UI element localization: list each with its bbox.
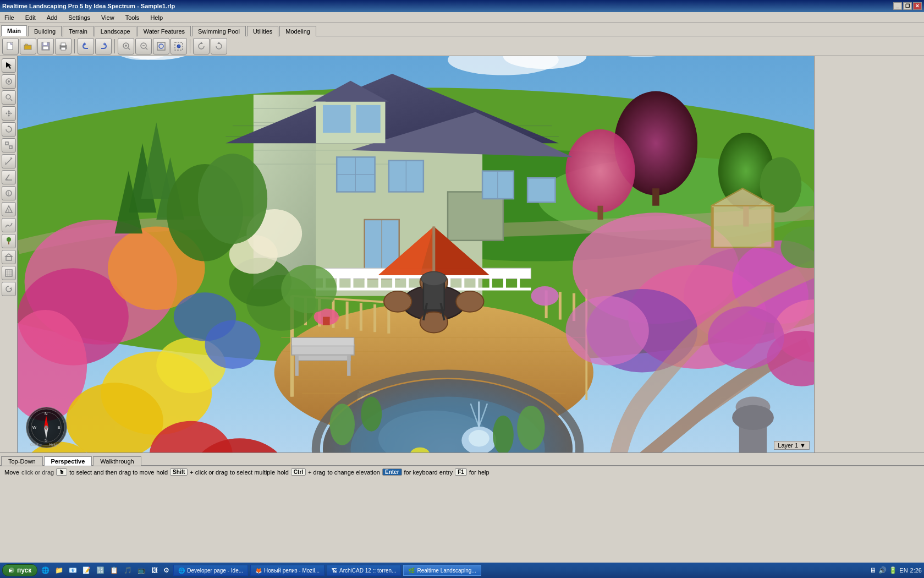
shift-key: Shift [170, 468, 188, 476]
print-button[interactable] [55, 38, 72, 54]
f1-key: F1 [455, 468, 467, 476]
compass-widget: N S W E Orbit Height [26, 407, 67, 448]
svg-rect-82 [356, 105, 381, 133]
calc-icon[interactable]: 🔢 [95, 566, 106, 574]
svg-point-222 [198, 154, 267, 244]
photo-icon[interactable]: 🖼 [150, 566, 160, 574]
rotate-left-button[interactable] [193, 38, 210, 54]
tab-main[interactable]: Main [1, 25, 27, 36]
start-button[interactable]: ▶ пуск [2, 564, 37, 576]
tab-landscape[interactable]: Landscape [95, 26, 136, 36]
save-button[interactable] [37, 38, 54, 54]
taskbar-app-landscaping[interactable]: 🌿 Realtime Landscaping... [403, 565, 481, 576]
select-tool[interactable] [2, 58, 16, 73]
svg-rect-4 [43, 42, 47, 45]
taskbar-app-archicad[interactable]: 🏗 ArchiCAD 12 :: torren... [327, 565, 401, 576]
svg-line-33 [6, 158, 12, 165]
zoom-selected-button[interactable] [170, 38, 187, 54]
refresh-tool[interactable] [2, 282, 16, 296]
shift-key-icon: 🖱 [56, 468, 67, 476]
toolbar [0, 36, 924, 56]
status-ctrl-action: + drag [308, 469, 326, 476]
menu-file[interactable]: File [2, 13, 16, 22]
zoom-in-button[interactable] [118, 38, 134, 54]
tab-water-features[interactable]: Water Features [138, 26, 191, 36]
tab-building[interactable]: Building [28, 26, 62, 36]
taskbar-app-developer[interactable]: 🌐 Developer page - Ide... [173, 565, 248, 576]
angle-tool[interactable] [2, 170, 16, 184]
svg-point-159 [421, 272, 446, 286]
open-button[interactable] [20, 38, 36, 54]
svg-rect-81 [323, 105, 350, 133]
explorer-icon[interactable]: 📁 [53, 566, 65, 574]
settings-icon[interactable]: ⚙ [162, 566, 171, 574]
menu-tools[interactable]: Tools [123, 13, 142, 22]
svg-rect-214 [347, 355, 350, 376]
move-tool[interactable] [2, 106, 16, 121]
outlook-icon[interactable]: 📧 [67, 566, 79, 574]
restore-button[interactable]: ❐ [903, 2, 912, 10]
svg-point-67 [565, 129, 635, 212]
elevation-tool[interactable] [2, 202, 16, 216]
ie-icon[interactable]: 🌐 [40, 566, 51, 574]
pan-tool[interactable] [2, 74, 16, 89]
menu-edit[interactable]: Edit [23, 13, 38, 22]
svg-point-25 [8, 80, 10, 83]
tab-swimming-pool[interactable]: Swimming Pool [192, 26, 246, 36]
terrain-tool[interactable] [2, 218, 16, 232]
svg-point-26 [6, 95, 10, 99]
music-icon[interactable]: 🎵 [122, 566, 134, 574]
svg-point-19 [159, 44, 163, 48]
view-tab-topdown[interactable]: Top-Down [1, 456, 43, 466]
svg-marker-51 [9, 287, 12, 290]
build-tool[interactable] [2, 250, 16, 264]
title-text: Realtime Landscaping Pro 5 by Idea Spect… [2, 3, 175, 9]
close-button[interactable]: ✕ [913, 2, 922, 10]
media-icon[interactable]: 📺 [136, 566, 147, 574]
svg-point-224 [708, 307, 784, 369]
new-button[interactable] [2, 38, 19, 54]
menu-settings[interactable]: Settings [66, 13, 92, 22]
taskbar: ▶ пуск 🌐 📁 📧 📝 🔢 📋 🎵 📺 🖼 ⚙ 🌐 Developer p… [0, 563, 924, 578]
volume-icon[interactable]: 🔊 [878, 566, 887, 574]
menu-add[interactable]: Add [45, 13, 60, 22]
status-f1-action: for help [469, 469, 490, 476]
menu-help[interactable]: Help [148, 13, 165, 22]
zoom-all-button[interactable] [153, 38, 169, 54]
status-change-elevation: to change elevation [328, 469, 380, 476]
view-tab-perspective[interactable]: Perspective [44, 456, 92, 466]
zoom-area-tool[interactable] [2, 90, 16, 105]
rotate-right-button[interactable] [211, 38, 227, 54]
redo-button[interactable] [95, 38, 112, 54]
texture-tool[interactable] [2, 266, 16, 280]
viewport[interactable]: N S W E Orbit Height Layer 1 ▼ [18, 56, 814, 452]
svg-point-154 [384, 291, 411, 312]
rotate-tool[interactable] [2, 122, 16, 137]
minimize-button[interactable]: _ [893, 2, 902, 10]
measure-tool[interactable] [2, 154, 16, 168]
plant-tool[interactable] [2, 234, 16, 248]
svg-rect-215 [292, 337, 354, 346]
svg-text:Orbit: Orbit [30, 443, 38, 446]
ctrl-key: Ctrl [291, 468, 306, 476]
menu-view[interactable]: View [99, 13, 117, 22]
property-tool[interactable]: i [2, 186, 16, 200]
svg-rect-66 [652, 188, 659, 206]
undo-button[interactable] [78, 38, 94, 54]
scale-tool[interactable] [2, 138, 16, 152]
tab-terrain[interactable]: Terrain [63, 26, 94, 36]
status-hold-ctrl: hold [277, 469, 289, 476]
svg-rect-31 [9, 146, 12, 149]
title-bar: Realtime Landscaping Pro 5 by Idea Spect… [0, 0, 924, 12]
notepad-icon[interactable]: 📋 [108, 566, 120, 574]
svg-text:W: W [32, 425, 37, 430]
svg-text:S: S [45, 438, 47, 443]
separator-1 [74, 39, 75, 53]
word-icon[interactable]: 📝 [81, 566, 92, 574]
zoom-out-button[interactable] [135, 38, 152, 54]
svg-rect-5 [43, 46, 48, 50]
tab-utilities[interactable]: Utilities [247, 26, 278, 36]
view-tab-walkthrough[interactable]: Walkthrough [93, 456, 141, 466]
taskbar-app-mozilla[interactable]: 🦊 Новый релиз - Mozil... [250, 565, 324, 576]
tab-modeling[interactable]: Modeling [279, 26, 316, 36]
